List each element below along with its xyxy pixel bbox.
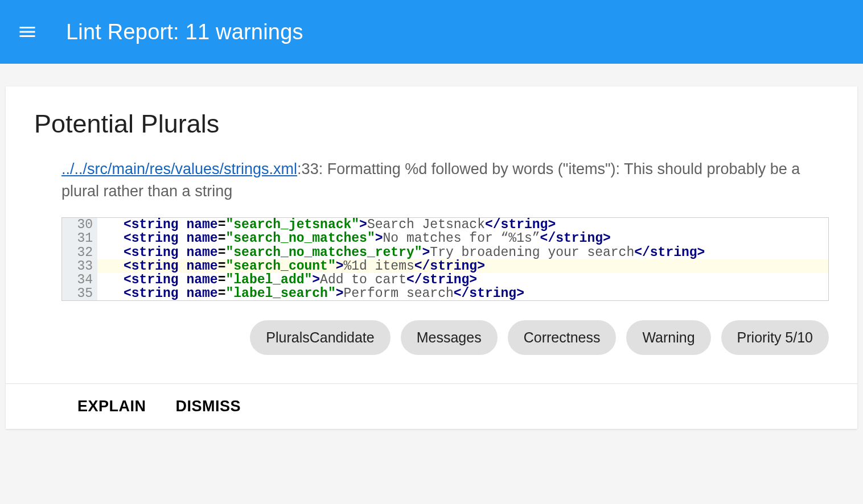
- code-content: <string name="search_count">%1d items</s…: [97, 259, 828, 273]
- chip-correctness[interactable]: Correctness: [508, 320, 617, 355]
- explain-button[interactable]: EXPLAIN: [77, 398, 146, 415]
- code-content: <string name="search_no_matches">No matc…: [97, 232, 828, 245]
- code-line: 33<string name="search_count">%1d items<…: [62, 259, 828, 273]
- code-content: <string name="search_no_matches_retry">T…: [97, 246, 828, 259]
- line-number: 33: [62, 259, 97, 273]
- line-number: 35: [62, 287, 97, 300]
- issue-card: Potential Plurals ../../src/main/res/val…: [6, 86, 857, 429]
- code-content: <string name="search_jetsnack">Search Je…: [97, 218, 828, 232]
- code-content: <string name="label_search">Perform sear…: [97, 287, 828, 300]
- line-number: 34: [62, 273, 97, 287]
- file-location: :33:: [297, 160, 323, 177]
- code-line: 34<string name="label_add">Add to cart</…: [62, 273, 828, 287]
- page-title: Lint Report: 11 warnings: [66, 20, 303, 44]
- tag-chips: PluralsCandidateMessagesCorrectnessWarni…: [61, 320, 829, 355]
- chip-pluralscandidate[interactable]: PluralsCandidate: [250, 320, 390, 355]
- content-area: Potential Plurals ../../src/main/res/val…: [0, 64, 863, 429]
- app-header: Lint Report: 11 warnings: [0, 0, 863, 64]
- menu-icon[interactable]: [14, 18, 41, 46]
- line-number: 30: [62, 218, 97, 232]
- line-number: 31: [62, 232, 97, 245]
- chip-messages[interactable]: Messages: [401, 320, 498, 355]
- card-actions: EXPLAIN DISMISS: [6, 383, 857, 429]
- chip-warning[interactable]: Warning: [626, 320, 710, 355]
- code-snippet: 30<string name="search_jetsnack">Search …: [61, 217, 829, 301]
- code-line: 35<string name="label_search">Perform se…: [62, 287, 828, 300]
- code-content: <string name="label_add">Add to cart</st…: [97, 273, 828, 287]
- code-line: 30<string name="search_jetsnack">Search …: [62, 218, 828, 232]
- chip-priority-5-10[interactable]: Priority 5/10: [721, 320, 829, 355]
- line-number: 32: [62, 246, 97, 259]
- dismiss-button[interactable]: DISMISS: [176, 398, 241, 415]
- code-line: 31<string name="search_no_matches">No ma…: [62, 232, 828, 245]
- issue-message: ../../src/main/res/values/strings.xml:33…: [61, 158, 829, 203]
- file-link[interactable]: ../../src/main/res/values/strings.xml: [61, 160, 297, 177]
- issue-title: Potential Plurals: [34, 109, 829, 139]
- code-line: 32<string name="search_no_matches_retry"…: [62, 246, 828, 259]
